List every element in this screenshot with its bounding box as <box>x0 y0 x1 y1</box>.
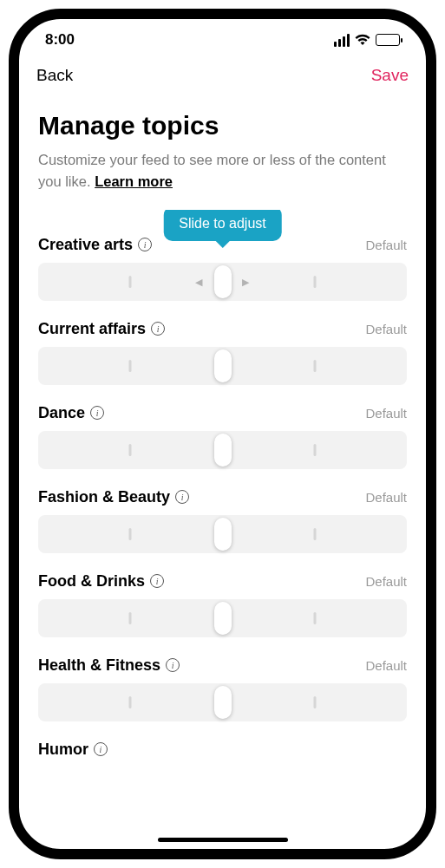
topic-label: Health & Fitness <box>38 656 160 675</box>
save-button[interactable]: Save <box>371 66 409 85</box>
slider-tick <box>313 360 316 372</box>
content-area: Manage topics Customize your feed to see… <box>19 92 426 859</box>
slider-tick <box>313 276 316 288</box>
slider-tick <box>313 696 316 708</box>
topic-status: Default <box>365 658 407 673</box>
topic-status: Default <box>365 490 407 505</box>
topic-status: Default <box>365 322 407 336</box>
topic-label: Dance <box>38 404 85 422</box>
topic-row: Current affairsiDefault <box>38 320 407 385</box>
topic-slider[interactable] <box>38 599 407 637</box>
topic-label: Creative arts <box>38 236 133 254</box>
slider-thumb[interactable] <box>214 602 232 635</box>
status-bar: 8:00 <box>19 19 426 55</box>
phone-frame: 8:00 Back Save Manage topics Customize y… <box>9 9 436 859</box>
page-title: Manage topics <box>38 111 407 140</box>
wifi-icon <box>355 34 370 46</box>
topic-label: Humor <box>38 741 88 759</box>
slider-tick <box>313 444 316 456</box>
topic-slider[interactable] <box>38 347 407 385</box>
slider-tick <box>129 444 132 456</box>
topic-name: Food & Drinksi <box>38 572 164 591</box>
topic-row: Creative artsiDefault◀▶Slide to adjust <box>38 210 407 301</box>
slider-thumb[interactable] <box>214 518 232 551</box>
topic-name: Creative artsi <box>38 236 152 254</box>
topic-slider[interactable]: ◀▶ <box>38 263 407 301</box>
learn-more-link[interactable]: Learn more <box>95 173 173 189</box>
battery-icon <box>376 34 400 46</box>
status-time: 8:00 <box>45 31 75 49</box>
slider-tick <box>129 528 132 540</box>
info-icon[interactable]: i <box>175 490 189 504</box>
topic-label: Current affairs <box>38 320 146 338</box>
topic-slider[interactable] <box>38 515 407 553</box>
topic-row: Health & FitnessiDefault <box>38 656 407 721</box>
topic-row: Humor i <box>38 741 407 759</box>
slider-tooltip: Slide to adjust <box>163 210 282 241</box>
info-icon[interactable]: i <box>138 238 152 251</box>
arrow-left-icon: ◀ <box>195 276 202 287</box>
slider-tick <box>313 612 316 624</box>
topic-name: Dancei <box>38 404 104 422</box>
topic-label: Fashion & Beauty <box>38 488 170 506</box>
topic-status: Default <box>365 574 407 589</box>
topic-slider[interactable] <box>38 431 407 469</box>
slider-thumb[interactable] <box>214 686 232 719</box>
info-icon[interactable]: i <box>94 742 108 756</box>
slider-tick <box>129 360 132 372</box>
topic-name: Current affairsi <box>38 320 165 338</box>
nav-bar: Back Save <box>19 55 426 92</box>
slider-thumb[interactable] <box>214 265 232 298</box>
topic-label: Food & Drinks <box>38 572 145 591</box>
slider-tick <box>313 528 316 540</box>
info-icon[interactable]: i <box>90 406 104 420</box>
topic-name: Humor i <box>38 741 108 759</box>
topic-name: Health & Fitnessi <box>38 656 180 675</box>
topic-row: DanceiDefault <box>38 404 407 469</box>
home-indicator[interactable] <box>158 838 288 842</box>
info-icon[interactable]: i <box>166 658 180 672</box>
subtitle-text: Customize your feed to see more or less … <box>38 152 386 189</box>
info-icon[interactable]: i <box>150 574 164 588</box>
topic-row: Fashion & BeautyiDefault <box>38 488 407 553</box>
signal-icon <box>334 34 350 47</box>
topic-slider[interactable] <box>38 683 407 721</box>
topic-name: Fashion & Beautyi <box>38 488 189 506</box>
info-icon[interactable]: i <box>151 322 165 336</box>
topic-row: Food & DrinksiDefault <box>38 572 407 637</box>
back-button[interactable]: Back <box>36 66 73 85</box>
page-subtitle: Customize your feed to see more or less … <box>38 149 407 193</box>
status-icons <box>334 34 400 47</box>
slider-thumb[interactable] <box>214 434 232 467</box>
arrow-right-icon: ▶ <box>242 276 249 287</box>
topics-list: Creative artsiDefault◀▶Slide to adjustCu… <box>38 210 407 860</box>
topic-status: Default <box>365 238 407 252</box>
slider-tick <box>129 696 132 708</box>
slider-tick <box>129 612 132 624</box>
slider-thumb[interactable] <box>214 349 232 382</box>
slider-tick <box>129 276 132 288</box>
topic-status: Default <box>365 406 407 421</box>
